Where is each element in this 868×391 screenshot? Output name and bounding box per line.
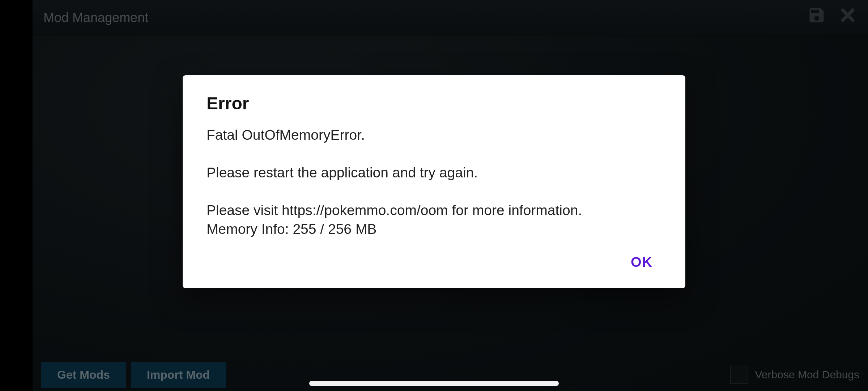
dialog-title: Error <box>207 93 661 113</box>
home-indicator[interactable] <box>309 381 559 386</box>
modal-overlay: Error Fatal OutOfMemoryError. Please res… <box>0 0 868 391</box>
ok-button[interactable]: OK <box>622 252 661 273</box>
error-dialog: Error Fatal OutOfMemoryError. Please res… <box>183 75 685 288</box>
dialog-body: Fatal OutOfMemoryError. Please restart t… <box>207 126 661 239</box>
